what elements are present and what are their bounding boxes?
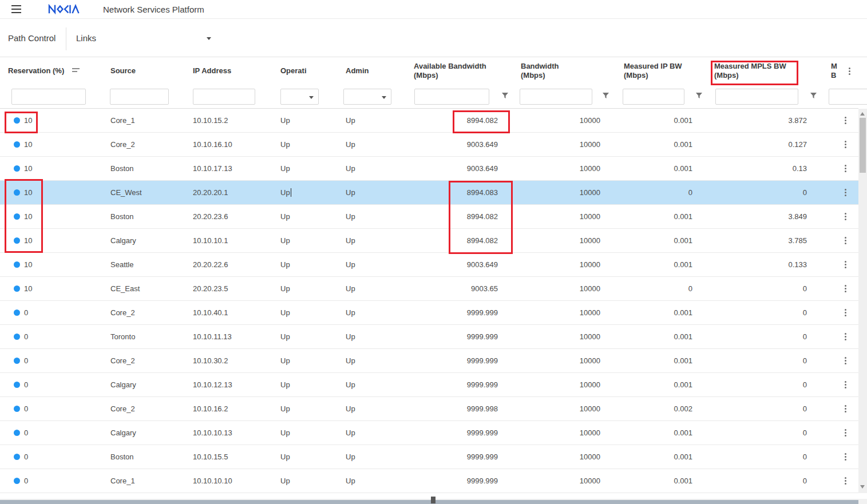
table-row[interactable]: 10Core_110.10.15.2UpUp8994.082100000.001… [0, 109, 858, 133]
cell-reservation: 10 [0, 229, 102, 252]
scroll-down-arrow-icon[interactable] [860, 485, 865, 489]
cell-admin-value: Up [346, 477, 355, 485]
status-dot-icon [14, 358, 20, 364]
horizontal-scrollbar-thumb[interactable] [0, 500, 858, 504]
cell-ip-address-value: 10.10.15.5 [193, 453, 228, 461]
status-dot-icon [14, 334, 20, 340]
filter-input-measured-ip-bw[interactable] [623, 89, 684, 105]
cell-reservation: 0 [0, 349, 102, 372]
row-menu-icon[interactable] [843, 259, 848, 270]
cell-bandwidth: 10000 [512, 349, 614, 372]
filter-input-measured-mpls-bw[interactable] [715, 89, 798, 105]
cell-operational: Up [276, 301, 342, 324]
nav-path-control[interactable]: Path Control [8, 33, 56, 43]
cell-row-menu [822, 181, 858, 204]
column-header-ip-address[interactable]: IP Address [189, 57, 276, 85]
row-menu-icon[interactable] [843, 451, 848, 462]
cell-row-menu [822, 325, 858, 348]
row-menu-icon[interactable] [843, 475, 848, 486]
cell-admin-value: Up [346, 453, 355, 461]
table-row[interactable]: 10CE_West20.20.20.1UpUp8994.0831000000 [0, 181, 858, 205]
cell-available-bw: 9999.999 [410, 301, 512, 324]
cell-source: CE_East [102, 277, 189, 300]
cell-ip-address-value: 10.10.12.13 [193, 380, 232, 389]
row-menu-icon[interactable] [843, 139, 848, 150]
vertical-scrollbar-thumb[interactable] [860, 118, 866, 173]
table-row[interactable]: 0Calgary10.10.10.13UpUp9999.999100000.00… [0, 421, 858, 445]
filter-select-admin[interactable] [343, 89, 391, 105]
cell-ip-address: 10.10.15.5 [189, 445, 276, 469]
filter-input-source[interactable] [110, 89, 169, 105]
cell-measured-ip-bw: 0.001 [614, 373, 707, 396]
filter-select-operational[interactable] [280, 89, 319, 105]
links-dropdown-caret-icon[interactable] [207, 37, 211, 40]
cell-ip-address: 10.10.10.1 [189, 229, 276, 252]
links-dropdown[interactable]: Links [76, 33, 96, 43]
column-menu-icon[interactable] [847, 66, 852, 77]
table-row[interactable]: 0Core_210.10.16.2UpUp9999.998100000.0020 [0, 397, 858, 421]
cell-available-bw-value: 9999.999 [467, 477, 498, 485]
row-menu-icon[interactable] [843, 331, 848, 342]
cell-measured-mpls-bw-value: 0 [803, 428, 807, 437]
filter-input-reservation[interactable] [11, 89, 86, 105]
cell-bandwidth: 10000 [512, 469, 614, 493]
row-menu-icon[interactable] [843, 355, 848, 366]
row-menu-icon[interactable] [843, 283, 848, 294]
partial-column-label: M B [831, 62, 838, 80]
table-row[interactable]: 10Boston10.10.17.13UpUp9003.649100000.00… [0, 157, 858, 181]
filter-input-ip-address[interactable] [193, 89, 255, 105]
table-row[interactable]: 10Seattle20.20.22.6UpUp9003.649100000.00… [0, 253, 858, 277]
table-row[interactable]: 0Boston10.10.15.5UpUp9999.999100000.0010 [0, 445, 858, 469]
filter-input-partial[interactable] [829, 89, 867, 105]
column-header-partial[interactable]: M B [822, 57, 858, 85]
vertical-scrollbar[interactable] [858, 109, 867, 493]
cell-operational-value: Up [280, 380, 290, 389]
table-row[interactable]: 0Core_210.10.40.1UpUp9999.999100000.0010 [0, 301, 858, 325]
cell-bandwidth: 10000 [512, 253, 614, 276]
cell-admin: Up [342, 181, 410, 204]
cell-ip-address: 10.10.11.13 [189, 325, 276, 348]
table-row[interactable]: 0Toronto10.10.11.13UpUp9999.999100000.00… [0, 325, 858, 349]
row-menu-icon[interactable] [843, 163, 848, 174]
row-menu-icon[interactable] [843, 403, 848, 414]
row-menu-icon[interactable] [843, 307, 848, 318]
row-menu-icon[interactable] [843, 235, 848, 246]
cell-operational: Up [276, 181, 342, 204]
table-row[interactable]: 10Core_210.10.16.10UpUp9003.649100000.00… [0, 133, 858, 157]
scroll-up-arrow-icon[interactable] [860, 112, 865, 116]
table-row[interactable]: 0Calgary10.10.12.13UpUp9999.999100000.00… [0, 373, 858, 397]
column-header-source[interactable]: Source [102, 57, 189, 85]
cell-ip-address-value: 20.20.22.6 [193, 260, 228, 269]
row-menu-icon[interactable] [843, 379, 848, 390]
cell-bandwidth: 10000 [512, 229, 614, 252]
filter-funnel-icon-measured-mpls-bw[interactable] [810, 92, 817, 102]
row-menu-icon[interactable] [843, 187, 848, 198]
column-header-bandwidth[interactable]: Bandwidth (Mbps) [512, 57, 614, 85]
row-menu-icon[interactable] [843, 211, 848, 222]
column-header-measured-mpls-bw[interactable]: Measured MPLS BW (Mbps) [707, 57, 822, 85]
table-row[interactable]: 10CE_East20.20.23.5UpUp9003.651000000 [0, 277, 858, 301]
table-row[interactable]: 10Calgary10.10.10.1UpUp8994.082100000.00… [0, 229, 858, 253]
column-header-reservation[interactable]: Reservation (%) [0, 57, 102, 85]
cell-available-bw-value: 9999.998 [467, 404, 498, 413]
cell-source: Seattle [102, 253, 189, 276]
table-row[interactable]: 0Core_110.10.10.10UpUp9999.999100000.001… [0, 469, 858, 493]
hamburger-menu-icon[interactable] [11, 5, 21, 13]
column-header-available-bw[interactable]: Available Bandwidth (Mbps) [410, 57, 512, 85]
table-row[interactable]: 0Core_210.10.30.2UpUp9999.999100000.0010 [0, 349, 858, 373]
row-menu-icon[interactable] [843, 427, 848, 438]
filter-input-bandwidth[interactable] [520, 89, 592, 105]
table-row[interactable]: 10Boston20.20.23.6UpUp8994.082100000.001… [0, 205, 858, 229]
filter-funnel-icon-bandwidth[interactable] [602, 92, 609, 102]
column-header-operational[interactable]: Operati [276, 57, 342, 85]
filter-input-available-bw[interactable] [414, 89, 489, 105]
column-header-admin[interactable]: Admin [342, 57, 410, 85]
reservation-value: 0 [24, 404, 28, 413]
scrollbar-drag-handle[interactable] [431, 497, 436, 503]
cell-measured-mpls-bw-value: 0 [803, 477, 807, 485]
filter-funnel-icon-available-bw[interactable] [501, 92, 509, 102]
row-menu-icon[interactable] [843, 115, 848, 126]
column-header-measured-ip-bw[interactable]: Measured IP BW (Mbps) [614, 57, 707, 85]
cell-measured-mpls-bw: 0 [707, 397, 822, 420]
filter-funnel-icon-measured-ip-bw[interactable] [695, 92, 703, 102]
